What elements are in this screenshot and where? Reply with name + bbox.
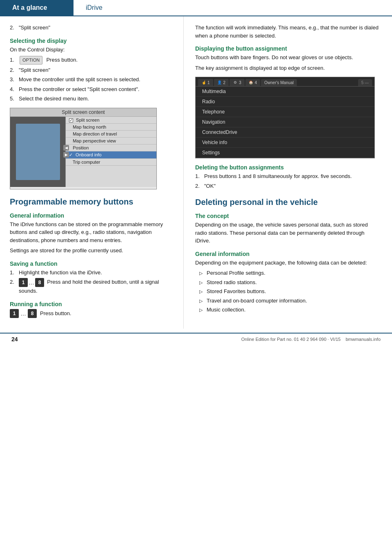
tab-2-label: 2 — [223, 80, 226, 85]
del-step-1-num: 1. — [195, 172, 204, 180]
ss-content-area: ◀ ▶ Split screen Map facing north Map di… — [10, 117, 156, 187]
btn-1-save: 1 — [19, 278, 28, 287]
item-number: 2. — [10, 24, 19, 32]
bullet-4-text: Travel and on-board comupter information… — [207, 297, 307, 305]
tab-3-label: 3 — [239, 80, 241, 85]
general-info-text: The iDrive functions can be stored on th… — [10, 220, 174, 245]
bullet-5: ▷ Music collection. — [195, 306, 381, 314]
displaying-text2: The key assignment is displayed at top e… — [195, 64, 381, 72]
tab-3-icon: ⚙ — [233, 80, 238, 85]
saving-step-2-content: 1 … 8 Press and hold the desired button,… — [19, 278, 174, 295]
del-step-1: 1. Press buttons 1 and 8 simultaneously … — [195, 172, 381, 180]
menu-vehicle-info: Vehicle info — [196, 138, 374, 148]
deleting-personal-title: Deleting personal in the vehicle — [195, 197, 381, 207]
ss-menu-map-north: Map facing north — [66, 124, 156, 131]
menu-telephone: Telephone — [196, 107, 374, 117]
ss-arrow-up: ◀ — [63, 145, 69, 151]
tab-1-label: 1 — [207, 80, 210, 85]
btn-dots: … — [29, 278, 34, 287]
bullet-arrow-3: ▷ — [199, 288, 207, 296]
del-step-2: 2. "OK" — [195, 182, 381, 190]
split-screen-label: "Split screen" — [19, 24, 174, 32]
ss-menu-position: Position — [66, 145, 156, 151]
menu-settings: Settings — [196, 148, 374, 158]
idrive-tab-5: 5 — — [358, 79, 372, 86]
step-2-num: 2. — [10, 66, 19, 74]
bullet-1: ▷ Personal Profile settings. — [195, 269, 381, 277]
step-4-num: 4. — [10, 85, 19, 93]
footer: 24 Online Edition for Part no. 01 40 2 9… — [0, 333, 392, 345]
step-1-content: OPTION Press button. — [19, 56, 174, 64]
btn-group-save: 1 … 8 — [19, 278, 44, 287]
tab-manual-label: Owner's Manual — [264, 80, 294, 85]
menu-radio: Radio — [196, 97, 374, 107]
saving-step-1-content: Highlight the function via the iDrive. — [19, 269, 174, 277]
ss-nav-arrows: ◀ ▶ — [63, 145, 69, 158]
displaying-title: Displaying the button assignment — [195, 45, 381, 52]
tab-4-label: 4 — [255, 80, 257, 85]
saving-step-1: 1. Highlight the function via the iDrive… — [10, 269, 174, 277]
right-column: The function will work immediately. This… — [184, 16, 392, 329]
idrive-tab-3: ⚙ 3 — [229, 79, 245, 86]
saving-step-2: 2. 1 … 8 Press and hold the desired butt… — [10, 278, 174, 295]
general-info2-sub: General information — [195, 251, 381, 257]
ss-menu-split: Split screen — [66, 117, 156, 124]
function-note: The function will work immediately. This… — [195, 24, 381, 40]
step-1: 1. OPTION Press button. — [10, 56, 174, 64]
ss-left-panel — [10, 117, 66, 187]
selecting-display-intro: On the Control Display: — [10, 46, 174, 54]
menu-connecteddrive: ConnectedDrive — [196, 127, 374, 138]
left-column: 2. "Split screen" Selecting the display … — [0, 16, 184, 329]
step-3: 3. Move the controller until the split s… — [10, 76, 174, 84]
idrive-tab-4: 🏠 4 — [245, 79, 261, 86]
step-2: 2. "Split screen" — [10, 66, 174, 74]
saving-step-2-num: 2. — [10, 278, 19, 295]
bullet-5-text: Music collection. — [207, 306, 245, 314]
idrive-menu: Multimedia Radio Telephone Navigation Co… — [196, 87, 374, 158]
idrive-tab-bar: ☝ 1 👤 2 ⚙ 3 🏠 4 Owner's Manual — [196, 77, 374, 87]
step-1-num: 1. — [10, 56, 19, 64]
ss-menu-map-persp: Map perspective view — [66, 138, 156, 145]
idrive-tab-1: ☝ 1 — [198, 79, 213, 86]
main-content: 2. "Split screen" Selecting the display … — [0, 16, 392, 329]
concept-text: Depending on the usage, the vehicle save… — [195, 221, 381, 245]
bullet-3: ▷ Stored Favorites buttons. — [195, 287, 381, 296]
header: At a glance iDrive — [0, 0, 392, 16]
bullet-2: ▷ Stored radio stations. — [195, 278, 381, 287]
general-info-sub: General information — [10, 212, 174, 219]
saving-sub: Saving a function — [10, 260, 174, 267]
step-3-content: Move the controller until the split scre… — [19, 76, 174, 84]
running-btn-group: 1 … 8 Press button. — [10, 309, 174, 318]
step-4: 4. Press the controller or select "Split… — [10, 85, 174, 93]
ss-checkmark-onboard: ✓ — [69, 152, 73, 157]
saving-step-1-num: 1. — [10, 269, 19, 277]
tab-idrive[interactable]: iDrive — [74, 0, 115, 16]
step-5-num: 5. — [10, 95, 19, 103]
step-5: 5. Select the desired menu item. — [10, 95, 174, 103]
del-step-1-content: Press buttons 1 and 8 simultaneously for… — [204, 172, 381, 180]
bullet-3-text: Stored Favorites buttons. — [207, 287, 266, 296]
footer-info: Online Edition for Part no. 01 40 2 964 … — [241, 337, 381, 342]
selecting-display-title: Selecting the display — [10, 38, 174, 44]
run-btn-1: 1 — [10, 309, 19, 318]
tab-at-a-glance[interactable]: At a glance — [0, 0, 74, 16]
displaying-text1: Touch buttons with bare fingers. Do not … — [195, 53, 381, 62]
bullet-1-text: Personal Profile settings. — [207, 269, 265, 277]
split-screen-item: 2. "Split screen" — [10, 24, 174, 32]
bullet-arrow-4: ▷ — [199, 298, 207, 305]
menu-navigation: Navigation — [196, 117, 374, 127]
tab-4-icon: 🏠 — [249, 80, 254, 85]
running-sub: Running a function — [10, 301, 174, 307]
ss-arrow-down: ▶ — [63, 152, 69, 158]
step-5-content: Select the desired menu item. — [19, 95, 174, 103]
bullet-4: ▷ Travel and on-board comupter informati… — [195, 297, 381, 305]
tab-2-icon: 👤 — [217, 80, 222, 85]
del-step-2-content: "OK" — [204, 182, 381, 190]
page-number: 24 — [11, 336, 18, 342]
btn-8-save: 8 — [35, 278, 44, 287]
step-2-content: "Split screen" — [19, 66, 174, 74]
bullet-arrow-5: ▷ — [199, 307, 207, 314]
idrive-tab-2: 👤 2 — [214, 79, 229, 86]
bullet-2-text: Stored radio stations. — [207, 278, 257, 287]
ss-menu-map-dir: Map direction of travel — [66, 131, 156, 138]
